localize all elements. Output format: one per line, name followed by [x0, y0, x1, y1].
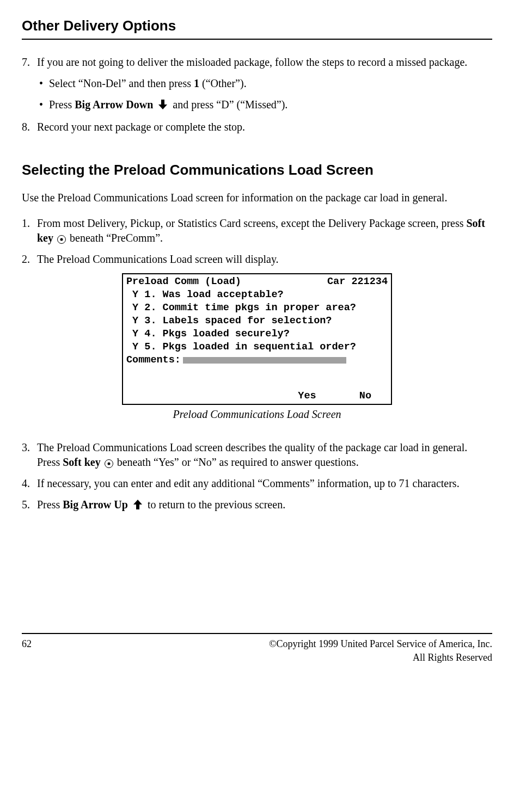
yes-no-row: Yes No: [126, 390, 388, 403]
comments-input[interactable]: [183, 357, 346, 364]
arrow-down-icon: [157, 99, 168, 113]
step-4: 4. If necessary, you can enter and edit …: [22, 476, 492, 491]
key-1: 1: [194, 77, 199, 89]
step-number: 2.: [22, 252, 37, 267]
text: to return to the previous screen.: [145, 499, 285, 510]
section-heading: Selecting the Preload Communications Loa…: [22, 161, 492, 180]
yes-softkey[interactable]: Yes: [298, 390, 316, 402]
step-7: 7. If you are not going to deliver the m…: [22, 55, 492, 70]
softkey-icon: [57, 235, 66, 244]
copyright-line2: All Rights Reserved: [269, 651, 492, 664]
step-1: 1. From most Delivery, Pickup, or Statis…: [22, 216, 492, 245]
page-footer: 62 ©Copyright 1999 United Parcel Service…: [22, 633, 492, 664]
step-text: The Preload Communications Load screen d…: [37, 440, 492, 470]
bullet-marker: •: [39, 97, 49, 113]
step-text: The Preload Communications Load screen w…: [37, 252, 279, 267]
step-3: 3. The Preload Communications Load scree…: [22, 440, 492, 470]
text: Press: [49, 99, 75, 110]
text: From most Delivery, Pickup, or Statistic…: [37, 217, 467, 229]
page-number: 62: [22, 637, 32, 664]
question-4: Y 4. Pkgs loaded securely?: [126, 328, 388, 341]
step-text: Press Big Arrow Up to return to the prev…: [37, 497, 285, 513]
text: beneath “Yes” or “No” as required to ans…: [114, 456, 359, 468]
arrow-up-icon: [132, 499, 143, 513]
bullet-text: Select “Non-Del” and then press 1 (“Othe…: [49, 76, 247, 91]
step-text: From most Delivery, Pickup, or Statistic…: [37, 216, 492, 245]
step-text: Record your next package or complete the…: [37, 120, 245, 134]
step-5: 5. Press Big Arrow Up to return to the p…: [22, 497, 492, 513]
text: and press “D” (“Missed”).: [170, 99, 287, 110]
section-intro: Use the Preload Communications Load scre…: [22, 190, 492, 205]
step-number: 7.: [22, 55, 37, 70]
big-arrow-up-label: Big Arrow Up: [63, 499, 128, 510]
comments-row: Comments:: [126, 354, 388, 367]
step-number: 8.: [22, 120, 37, 134]
step-2: 2. The Preload Communications Load scree…: [22, 252, 492, 267]
question-5: Y 5. Pkgs loaded in sequential order?: [126, 341, 388, 354]
screen-title: Preload Comm (Load): [126, 275, 241, 288]
text: Press: [37, 499, 63, 510]
bullet-nondel: • Select “Non-Del” and then press 1 (“Ot…: [39, 76, 492, 91]
car-number: Car 221234: [327, 275, 388, 288]
step-8: 8. Record your next package or complete …: [22, 120, 492, 134]
text: (“Other”).: [199, 77, 247, 89]
text: beneath “PreComm”.: [67, 232, 163, 244]
comments-label: Comments:: [126, 354, 181, 367]
step-number: 3.: [22, 440, 37, 470]
step-number: 4.: [22, 476, 37, 491]
page-title: Other Delivery Options: [22, 16, 492, 40]
copyright: ©Copyright 1999 United Parcel Service of…: [269, 637, 492, 664]
step-number: 1.: [22, 216, 37, 245]
step-text: If necessary, you can enter and edit any…: [37, 476, 460, 491]
question-1: Y 1. Was load acceptable?: [126, 288, 388, 302]
question-2: Y 2. Commit time pkgs in proper area?: [126, 302, 388, 315]
screen-header-row: Preload Comm (Load) Car 221234: [126, 275, 388, 288]
bullet-big-arrow-down: • Press Big Arrow Down and press “D” (“M…: [39, 97, 492, 113]
copyright-line1: ©Copyright 1999 United Parcel Service of…: [269, 637, 492, 650]
soft-key-label: Soft key: [63, 456, 100, 468]
softkey-icon: [105, 459, 113, 468]
no-softkey[interactable]: No: [359, 390, 371, 402]
question-3: Y 3. Labels spaced for selection?: [126, 315, 388, 328]
screen-caption: Preload Communications Load Screen: [22, 407, 492, 422]
step-number: 5.: [22, 497, 37, 513]
bullet-marker: •: [39, 76, 49, 91]
preload-comm-screen: Preload Comm (Load) Car 221234 Y 1. Was …: [122, 273, 392, 405]
bullet-text: Press Big Arrow Down and press “D” (“Mis…: [49, 97, 287, 113]
step-text: If you are not going to deliver the misl…: [37, 55, 467, 70]
big-arrow-down-label: Big Arrow Down: [75, 99, 153, 110]
text: Select “Non-Del” and then press: [49, 77, 194, 89]
